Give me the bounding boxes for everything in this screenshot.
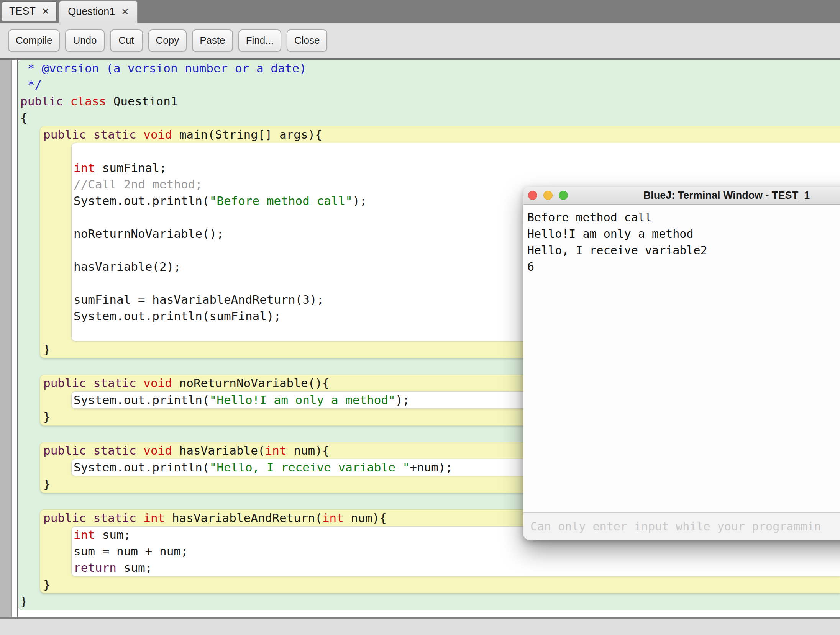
tab-question1[interactable]: Question1 ✕ <box>59 0 138 23</box>
close-button[interactable]: Close <box>287 29 327 52</box>
tab-test[interactable]: TEST ✕ <box>2 1 57 21</box>
terminal-title: BlueJ: Terminal Window - TEST_1 <box>523 187 840 204</box>
code-line: return sum; <box>72 560 840 576</box>
minimize-window-icon[interactable] <box>543 191 553 200</box>
terminal-line: Hello, I receive variable2 <box>527 242 840 259</box>
tab-test-close-icon[interactable]: ✕ <box>42 7 49 16</box>
tab-bar: TEST ✕ Question1 ✕ <box>0 0 840 23</box>
paste-button[interactable]: Paste <box>192 29 233 52</box>
terminal-titlebar[interactable]: BlueJ: Terminal Window - TEST_1 <box>523 187 840 205</box>
undo-button[interactable]: Undo <box>65 29 104 52</box>
code-line: } <box>18 593 840 610</box>
code-line <box>72 143 840 160</box>
breakpoint-gutter[interactable] <box>0 60 12 617</box>
terminal-output[interactable]: Before method callHello!I am only a meth… <box>523 205 840 512</box>
editor-toolbar: Compile Undo Cut Copy Paste Find... Clos… <box>0 23 840 60</box>
code-line: sum = num + num; <box>72 543 840 560</box>
tab-question1-close-icon[interactable]: ✕ <box>121 7 129 16</box>
terminal-line: Hello!I am only a method <box>527 226 840 242</box>
method-closer-line: } <box>40 576 840 593</box>
find-button[interactable]: Find... <box>238 29 281 52</box>
tab-question1-label: Question1 <box>68 6 115 18</box>
tab-test-label: TEST <box>9 5 36 17</box>
terminal-line: 6 <box>527 259 840 275</box>
code-line: int sumFinal; <box>72 160 840 176</box>
close-window-icon[interactable] <box>528 191 537 200</box>
window-controls <box>528 191 568 200</box>
code-line: { <box>18 110 840 126</box>
terminal-window[interactable]: BlueJ: Terminal Window - TEST_1 Before m… <box>523 187 840 540</box>
zoom-window-icon[interactable] <box>559 191 568 200</box>
terminal-input-field[interactable]: Can only enter input while your programm… <box>523 512 840 540</box>
cut-button[interactable]: Cut <box>110 29 143 52</box>
editor-status-strip <box>0 617 840 635</box>
copy-button[interactable]: Copy <box>148 29 187 52</box>
code-line: public class Question1 <box>18 93 840 110</box>
terminal-line: Before method call <box>527 209 840 226</box>
code-line: * @version (a version number or a date) <box>18 60 840 77</box>
method-header-line: public static void main(String[] args){ <box>40 126 840 143</box>
compile-button[interactable]: Compile <box>8 29 60 52</box>
code-line: */ <box>18 77 840 93</box>
